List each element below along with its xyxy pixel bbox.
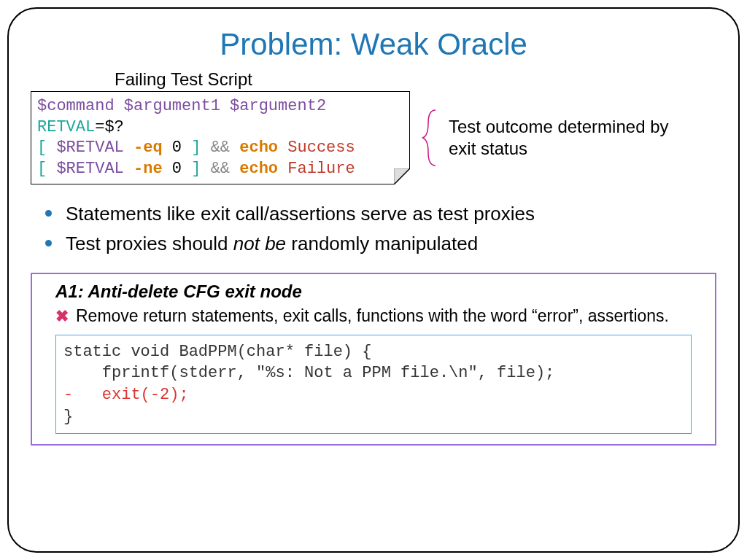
a1-x-text: Remove return statements, exit calls, fu… [76, 306, 669, 326]
code-line-3-removed: - exit(-2); [63, 384, 684, 406]
a1-x-line: ✖ Remove return statements, exit calls, … [55, 306, 706, 327]
page-fold-icon [394, 168, 410, 184]
zero: 0 [172, 160, 182, 178]
slide-frame: Problem: Weak Oracle Failing Test Script… [7, 7, 740, 553]
retval-ref: $RETVAL [56, 139, 123, 157]
lbracket: [ [37, 160, 56, 178]
code-line-4: } [63, 406, 684, 428]
script-subheading: Failing Test Script [115, 69, 720, 90]
bullet-item-2: Test proxies should not be randomly mani… [45, 229, 720, 258]
script-row: $command $argument1 $argument2 RETVAL=$?… [27, 91, 720, 184]
echo-kw: echo [239, 160, 278, 178]
code-line-2: fprintf(stderr, "%s: Not a PPM file.\n",… [63, 362, 684, 384]
code-line-1: static void BadPPM(char* file) { [63, 341, 684, 363]
rbracket: ] [182, 160, 201, 178]
brace-annotation: Test outcome determined by exit status [421, 109, 697, 167]
bullet-item-1: Statements like exit call/assertions ser… [45, 199, 720, 228]
code-block-badppm: static void BadPPM(char* file) { fprintf… [55, 335, 692, 435]
eq-token: = [95, 118, 104, 136]
bullet-list: Statements like exit call/assertions ser… [45, 199, 720, 258]
script-line-4: [ $RETVAL -ne 0 ] && echo Failure [37, 159, 403, 180]
cmd-token: $command [37, 97, 115, 115]
zero: 0 [172, 139, 182, 157]
failing-test-script-box: $command $argument1 $argument2 RETVAL=$?… [31, 91, 410, 184]
success-text: Success [278, 139, 355, 157]
eq-op: -eq [124, 139, 172, 157]
script-line-2: RETVAL=$? [37, 117, 403, 139]
amp: && [201, 160, 239, 178]
script-line-3: [ $RETVAL -eq 0 ] && echo Success [37, 138, 403, 159]
b2-post: randomly manipulated [286, 233, 478, 254]
rbracket: ] [182, 139, 201, 157]
b2-italic: not be [233, 233, 286, 254]
script-line-1: $command $argument1 $argument2 [37, 96, 403, 117]
annotation-text: Test outcome determined by exit status [449, 116, 697, 160]
echo-kw: echo [239, 139, 278, 157]
a1-box: A1: Anti-delete CFG exit node ✖ Remove r… [31, 273, 716, 446]
x-mark-icon: ✖ [55, 306, 69, 327]
a1-title: A1: Anti-delete CFG exit node [55, 281, 706, 302]
arg1-token: $argument1 [124, 97, 220, 115]
slide-title: Problem: Weak Oracle [27, 27, 720, 62]
retval-token: RETVAL [37, 118, 95, 136]
arg2-token: $argument2 [230, 97, 326, 115]
ne-op: -ne [124, 160, 172, 178]
b2-pre: Test proxies should [66, 233, 233, 254]
amp: && [201, 139, 239, 157]
retval-ref: $RETVAL [56, 160, 123, 178]
dollar-q-token: $? [104, 118, 123, 136]
curly-brace-icon [421, 109, 443, 167]
failure-text: Failure [278, 160, 355, 178]
lbracket: [ [37, 139, 56, 157]
